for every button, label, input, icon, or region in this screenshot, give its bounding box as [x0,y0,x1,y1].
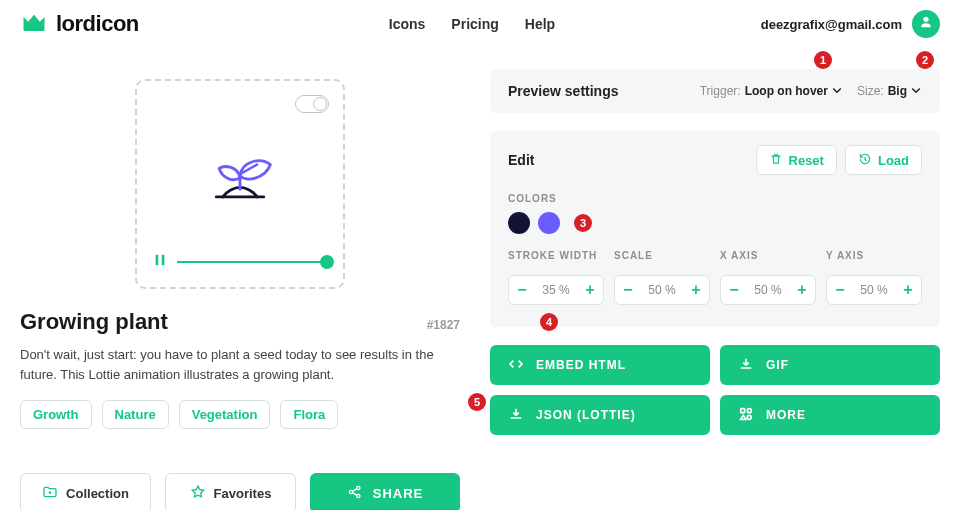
share-button[interactable]: SHARE [310,473,460,510]
x-axis-label: X AXIS [720,250,816,261]
annotation-2: 2 [916,51,934,69]
gif-button[interactable]: GIF [720,345,940,385]
trash-icon [769,152,783,169]
plus-icon[interactable]: + [795,281,809,299]
colors-label: COLORS [508,193,922,204]
y-axis-value: 50 % [860,283,887,297]
plus-icon[interactable]: + [901,281,915,299]
reset-label: Reset [789,153,824,168]
code-icon [508,356,524,375]
embed-html-button[interactable]: EMBED HTML [490,345,710,385]
trigger-value: Loop on hover [745,84,828,98]
scale-label: SCALE [614,250,710,261]
pause-icon[interactable] [153,253,167,271]
shapes-icon [738,406,754,425]
icon-preview [135,79,345,289]
progress-knob[interactable] [320,255,334,269]
stroke-width-value: 35 % [542,283,569,297]
size-dropdown[interactable]: Big [888,84,922,99]
svg-rect-0 [156,255,159,266]
collection-label: Collection [66,486,129,501]
share-icon [347,484,363,503]
growing-plant-icon [192,103,288,249]
chevron-down-icon [831,84,843,99]
preview-settings-title: Preview settings [508,83,619,99]
brand-name: lordicon [56,11,139,37]
stroke-width-label: STROKE WIDTH [508,250,604,261]
avatar[interactable] [912,10,940,38]
icon-id: #1827 [427,318,460,332]
reset-button[interactable]: Reset [756,145,837,175]
preview-toggle[interactable] [295,95,329,113]
minus-icon[interactable]: − [621,281,635,299]
annotation-3: 3 [574,214,592,232]
favorites-button[interactable]: Favorites [165,473,296,510]
person-icon [918,14,934,34]
color-swatch-1[interactable] [508,212,530,234]
svg-point-6 [747,408,751,412]
more-label: MORE [766,408,806,422]
annotation-5: 5 [468,393,486,411]
playback-bar[interactable] [153,253,327,271]
color-swatch-2[interactable] [538,212,560,234]
load-button[interactable]: Load [845,145,922,175]
user-area: deezgrafix@gmail.com [761,10,940,38]
brand[interactable]: lordicon [20,10,139,38]
stroke-width-stepper[interactable]: − 35 % + [508,275,604,305]
main-nav: Icons Pricing Help [389,16,555,32]
minus-icon[interactable]: − [833,281,847,299]
tag-list: Growth Nature Vegetation Flora [20,400,460,429]
size-value: Big [888,84,907,98]
nav-help[interactable]: Help [525,16,555,32]
user-email: deezgrafix@gmail.com [761,17,902,32]
edit-panel: Edit Reset Load COLORS 3 STROKE [490,131,940,327]
json-label: JSON (LOTTIE) [536,408,636,422]
trigger-label: Trigger: [700,84,741,98]
preview-settings-panel: Preview settings Trigger: Loop on hover … [490,69,940,113]
tag-flora[interactable]: Flora [280,400,338,429]
icon-title: Growing plant [20,309,168,335]
scale-stepper[interactable]: − 50 % + [614,275,710,305]
export-actions: EMBED HTML GIF JSON (LOTTIE) MORE 5 [490,345,940,435]
download-icon [508,406,524,425]
plus-icon[interactable]: + [689,281,703,299]
chevron-down-icon [910,84,922,99]
nav-icons[interactable]: Icons [389,16,426,32]
collection-button[interactable]: Collection [20,473,151,510]
tag-growth[interactable]: Growth [20,400,92,429]
config-pane: Preview settings Trigger: Loop on hover … [490,69,940,510]
svg-point-7 [747,415,751,419]
gif-label: GIF [766,358,789,372]
minus-icon[interactable]: − [727,281,741,299]
json-lottie-button[interactable]: JSON (LOTTIE) [490,395,710,435]
y-axis-stepper[interactable]: − 50 % + [826,275,922,305]
nav-pricing[interactable]: Pricing [451,16,498,32]
y-axis-label: Y AXIS [826,250,922,261]
edit-title: Edit [508,152,534,168]
svg-rect-5 [741,408,745,412]
size-label: Size: [857,84,884,98]
annotation-4: 4 [540,313,558,331]
tag-nature[interactable]: Nature [102,400,169,429]
toggle-knob [313,97,327,111]
embed-label: EMBED HTML [536,358,626,372]
more-button[interactable]: MORE [720,395,940,435]
tag-vegetation[interactable]: Vegetation [179,400,271,429]
crown-logo-icon [20,10,48,38]
svg-rect-1 [162,255,165,266]
progress-track[interactable] [177,261,327,263]
star-icon [190,484,206,503]
minus-icon[interactable]: − [515,281,529,299]
trigger-dropdown[interactable]: Loop on hover [745,84,843,99]
share-label: SHARE [373,486,424,501]
x-axis-stepper[interactable]: − 50 % + [720,275,816,305]
favorites-label: Favorites [214,486,272,501]
history-icon [858,152,872,169]
icon-description: Don't wait, just start: you have to plan… [20,345,460,384]
app-header: lordicon Icons Pricing Help deezgrafix@g… [0,0,960,49]
folder-plus-icon [42,484,58,503]
x-axis-value: 50 % [754,283,781,297]
download-icon [738,356,754,375]
plus-icon[interactable]: + [583,281,597,299]
annotation-1: 1 [814,51,832,69]
